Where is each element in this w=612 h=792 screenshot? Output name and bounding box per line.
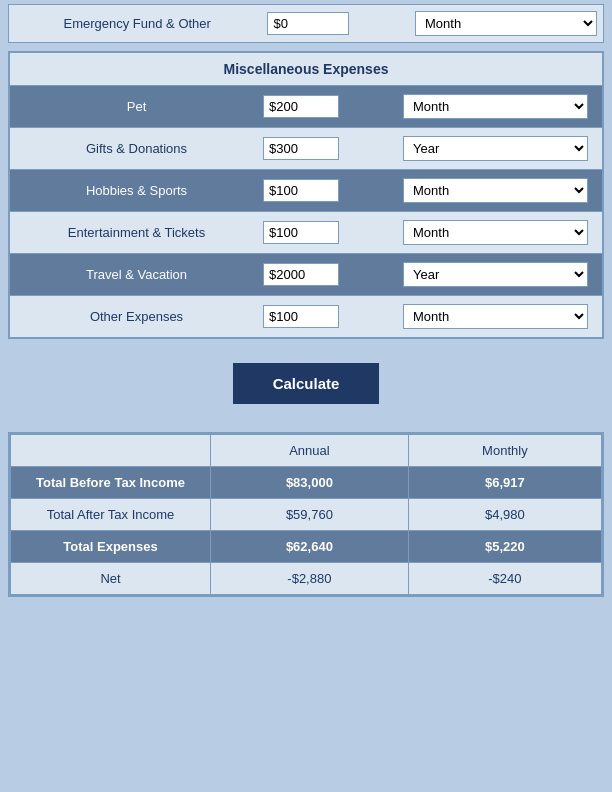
emergency-fund-input[interactable] bbox=[267, 12, 349, 35]
pet-period-select[interactable]: Month Year bbox=[403, 94, 588, 119]
hobbies-input[interactable] bbox=[263, 179, 339, 202]
after-tax-annual: $59,760 bbox=[211, 499, 409, 531]
pet-label: Pet bbox=[14, 95, 259, 118]
results-header-empty bbox=[11, 435, 211, 467]
results-row-expenses: Total Expenses $62,640 $5,220 bbox=[11, 531, 602, 563]
results-row-net: Net -$2,880 -$240 bbox=[11, 563, 602, 595]
results-header-annual: Annual bbox=[211, 435, 409, 467]
results-row-after-tax: Total After Tax Income $59,760 $4,980 bbox=[11, 499, 602, 531]
net-label: Net bbox=[11, 563, 211, 595]
before-tax-label: Total Before Tax Income bbox=[11, 467, 211, 499]
expenses-label: Total Expenses bbox=[11, 531, 211, 563]
pet-input-cell bbox=[259, 93, 349, 120]
results-section: Annual Monthly Total Before Tax Income $… bbox=[8, 432, 604, 597]
results-row-before-tax: Total Before Tax Income $83,000 $6,917 bbox=[11, 467, 602, 499]
expenses-annual: $62,640 bbox=[211, 531, 409, 563]
misc-row-travel: Travel & Vacation Month Year bbox=[10, 254, 602, 296]
before-tax-monthly: $6,917 bbox=[408, 467, 601, 499]
misc-expenses-header: Miscellaneous Expenses bbox=[10, 53, 602, 86]
entertainment-input-cell bbox=[259, 219, 349, 246]
entertainment-label: Entertainment & Tickets bbox=[14, 221, 259, 244]
other-expenses-select-cell: Month Year bbox=[399, 302, 594, 331]
results-header-monthly: Monthly bbox=[408, 435, 601, 467]
gifts-input[interactable] bbox=[263, 137, 339, 160]
gifts-period-select[interactable]: Month Year bbox=[403, 136, 588, 161]
gifts-select-cell: Month Year bbox=[399, 134, 594, 163]
other-expenses-period-select[interactable]: Month Year bbox=[403, 304, 588, 329]
emergency-fund-input-cell bbox=[263, 10, 354, 37]
after-tax-label: Total After Tax Income bbox=[11, 499, 211, 531]
misc-expenses-section: Miscellaneous Expenses Pet Month Year Gi… bbox=[8, 51, 604, 339]
travel-input[interactable] bbox=[263, 263, 339, 286]
emergency-fund-row: Emergency Fund & Other Month Year bbox=[8, 4, 604, 43]
gifts-input-cell bbox=[259, 135, 349, 162]
gifts-label: Gifts & Donations bbox=[14, 137, 259, 160]
net-monthly: -$240 bbox=[408, 563, 601, 595]
emergency-fund-period-select[interactable]: Month Year bbox=[415, 11, 597, 36]
hobbies-select-cell: Month Year bbox=[399, 176, 594, 205]
emergency-fund-label: Emergency Fund & Other bbox=[11, 12, 263, 35]
entertainment-select-cell: Month Year bbox=[399, 218, 594, 247]
calculate-section: Calculate bbox=[0, 343, 612, 424]
results-table: Annual Monthly Total Before Tax Income $… bbox=[10, 434, 602, 595]
pet-select-cell: Month Year bbox=[399, 92, 594, 121]
hobbies-input-cell bbox=[259, 177, 349, 204]
misc-row-entertainment: Entertainment & Tickets Month Year bbox=[10, 212, 602, 254]
entertainment-period-select[interactable]: Month Year bbox=[403, 220, 588, 245]
hobbies-label: Hobbies & Sports bbox=[14, 179, 259, 202]
entertainment-input[interactable] bbox=[263, 221, 339, 244]
after-tax-monthly: $4,980 bbox=[408, 499, 601, 531]
hobbies-period-select[interactable]: Month Year bbox=[403, 178, 588, 203]
net-annual: -$2,880 bbox=[211, 563, 409, 595]
main-container: Emergency Fund & Other Month Year Miscel… bbox=[0, 0, 612, 597]
calculate-button[interactable]: Calculate bbox=[233, 363, 380, 404]
emergency-fund-select-cell: Month Year bbox=[411, 9, 601, 38]
misc-row-gifts: Gifts & Donations Month Year bbox=[10, 128, 602, 170]
other-expenses-label: Other Expenses bbox=[14, 305, 259, 328]
travel-input-cell bbox=[259, 261, 349, 288]
expenses-monthly: $5,220 bbox=[408, 531, 601, 563]
travel-select-cell: Month Year bbox=[399, 260, 594, 289]
travel-label: Travel & Vacation bbox=[14, 263, 259, 286]
before-tax-annual: $83,000 bbox=[211, 467, 409, 499]
travel-period-select[interactable]: Month Year bbox=[403, 262, 588, 287]
other-expenses-input[interactable] bbox=[263, 305, 339, 328]
other-expenses-input-cell bbox=[259, 303, 349, 330]
pet-input[interactable] bbox=[263, 95, 339, 118]
misc-row-hobbies: Hobbies & Sports Month Year bbox=[10, 170, 602, 212]
misc-row-pet: Pet Month Year bbox=[10, 86, 602, 128]
misc-row-other: Other Expenses Month Year bbox=[10, 296, 602, 337]
